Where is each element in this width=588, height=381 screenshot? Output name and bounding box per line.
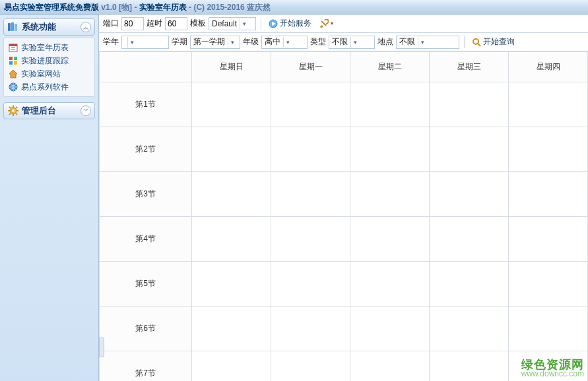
period-label[interactable]: 第7节 [100,351,192,382]
cell[interactable] [430,351,509,382]
svg-rect-4 [9,44,17,46]
cell[interactable] [192,351,271,382]
cell[interactable] [192,217,271,262]
period-label[interactable]: 第5节 [100,262,192,307]
schedule-table: 星期日 星期一 星期二 星期三 星期四 第1节 第2节 [99,51,588,381]
cell[interactable] [430,217,509,262]
grade-select[interactable]: 高中 ▾ [261,36,308,49]
cell[interactable] [509,351,588,382]
cell[interactable] [509,307,588,351]
cell[interactable] [350,307,430,351]
cell[interactable] [271,262,350,307]
svg-rect-1 [11,22,14,31]
header-wed[interactable]: 星期三 [430,52,509,82]
cell[interactable] [430,82,509,127]
chevron-down-icon: ▾ [350,37,360,47]
period-label[interactable]: 第6节 [100,307,192,351]
timeout-label: 超时 [147,18,162,29]
table-row: 第7节 [100,351,588,382]
cell[interactable] [192,262,271,307]
svg-line-21 [9,113,11,115]
svg-rect-10 [14,61,17,65]
cell[interactable] [430,262,509,307]
cell[interactable] [350,351,430,382]
period-label[interactable]: 第3节 [100,172,192,217]
cell[interactable] [192,307,271,351]
cell[interactable] [509,217,588,262]
header-thu[interactable]: 星期四 [509,52,588,82]
cell[interactable] [509,127,588,172]
svg-line-22 [16,107,17,108]
cell[interactable] [271,127,350,172]
header-sun[interactable]: 星期日 [192,52,271,82]
sidebar-panel-system[interactable]: 系统功能 ︽ [3,18,95,36]
copyright: - (C) 2015-2016 蓝庆然 [189,3,271,12]
start-service-button[interactable]: 开始服务 [266,16,314,30]
chevron-down-icon[interactable]: ︾ [81,105,91,116]
period-label[interactable]: 第2节 [100,127,192,172]
globe-icon [8,82,18,92]
header-mon[interactable]: 星期一 [271,52,350,82]
cell[interactable] [350,172,430,217]
table-row: 第3节 [100,172,588,217]
chevron-down-icon: ▾ [418,37,427,47]
chevron-down-icon: ▾ [240,18,249,29]
cell[interactable] [271,217,350,262]
nav-label: 实验进度跟踪 [21,55,69,67]
term-select[interactable]: 第一学期 ▾ [190,36,240,49]
header-tue[interactable]: 星期二 [350,52,430,82]
home-icon [8,69,18,79]
panel-label: 管理后台 [22,105,81,117]
cell[interactable] [350,82,430,127]
cell[interactable] [430,127,509,172]
cell[interactable] [350,127,430,172]
nav-item-series[interactable]: 易点系列软件 [6,80,92,94]
svg-rect-7 [9,57,13,60]
location-select[interactable]: 不限 ▾ [396,36,459,49]
cell[interactable] [350,262,430,307]
cell[interactable] [509,172,588,217]
svg-point-26 [473,39,478,44]
cell[interactable] [271,172,350,217]
table-row: 第1节 [100,82,588,127]
cell[interactable] [430,172,509,217]
cell[interactable] [192,172,271,217]
cell[interactable] [509,262,588,307]
nav-item-calendar[interactable]: 实验室年历表 [6,41,92,54]
header-blank[interactable] [100,52,192,82]
grade-label: 年级 [243,36,259,47]
year-select[interactable]: ▾ [121,36,169,49]
sidebar-panel-admin[interactable]: 管理后台 ︾ [3,102,95,119]
cell[interactable] [271,307,350,351]
port-input[interactable]: 80 [121,17,144,30]
tools-dropdown-button[interactable]: ▾ [317,18,336,30]
type-value: 不限 [332,36,348,47]
nav-item-progress[interactable]: 实验进度跟踪 [6,54,92,67]
svg-rect-9 [9,61,13,65]
cell[interactable] [271,351,350,382]
scrollbar-thumb[interactable] [99,337,104,357]
cell[interactable] [350,217,430,262]
period-label[interactable]: 第1节 [100,82,192,127]
chevron-down-icon: ▾ [331,20,333,26]
cell[interactable] [192,127,271,172]
svg-line-19 [9,107,11,108]
template-select[interactable]: Default ▾ [209,17,256,30]
cell[interactable] [509,82,588,127]
timeout-input[interactable]: 60 [165,17,187,30]
search-button[interactable]: 开始查询 [469,35,517,49]
panel-body-system: 实验室年历表 实验进度跟踪 实验室网站 易点系列软件 [3,38,95,97]
template-value: Default [212,19,237,28]
chevron-down-icon: ▾ [127,37,137,47]
cell[interactable] [192,82,271,127]
svg-rect-8 [14,57,17,60]
chevron-up-icon[interactable]: ︽ [81,22,91,32]
sidebar: 系统功能 ︽ 实验室年历表 实验进度跟踪 实验室网站 [0,15,99,381]
type-select[interactable]: 不限 ▾ [329,36,375,49]
cell[interactable] [271,82,350,127]
cell[interactable] [430,307,509,351]
period-label[interactable]: 第4节 [100,217,192,262]
nav-item-website[interactable]: 实验室网站 [6,67,92,80]
nav-label: 易点系列软件 [21,82,69,93]
svg-point-14 [12,109,15,112]
